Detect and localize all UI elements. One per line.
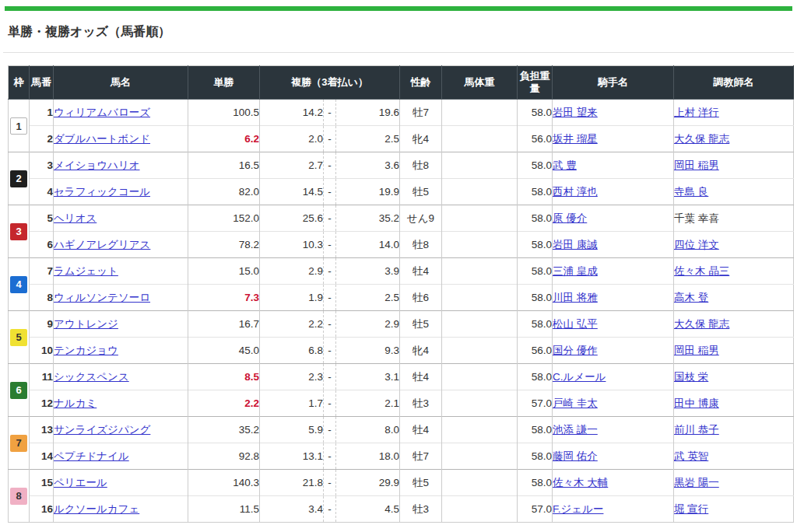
load-weight-cell: 57.0 xyxy=(518,390,553,417)
table-row: 59アウトレンジ16.72.2-2.9牡558.0松山 弘平大久保 龍志 xyxy=(9,311,794,338)
body-weight-cell xyxy=(442,152,518,179)
jockey-link[interactable]: 佐々木 大輔 xyxy=(553,477,608,488)
jockey-link[interactable]: F.ジェルー xyxy=(553,503,603,515)
place-odds-low-cell: 10.3 xyxy=(260,232,324,258)
horse-name-link[interactable]: ルクソールカフェ xyxy=(54,503,139,515)
trainer-link[interactable]: 田中 博康 xyxy=(674,397,719,409)
horse-number-cell: 2 xyxy=(30,126,54,152)
horse-name-link[interactable]: ナルカミ xyxy=(54,397,97,409)
trainer-link[interactable]: 高木 登 xyxy=(674,292,708,303)
table-row: 12ナルカミ2.21.7-2.1牡357.0戸崎 圭太田中 博康 xyxy=(9,390,794,417)
frame-cell: 1 xyxy=(9,100,30,152)
place-odds-separator: - xyxy=(324,232,336,258)
place-odds-low-cell: 1.7 xyxy=(260,390,324,417)
place-odds-low-cell: 14.5 xyxy=(260,179,324,205)
trainer-cell: 堀 宣行 xyxy=(674,496,794,523)
trainer-link[interactable]: 国枝 栄 xyxy=(674,371,708,383)
horse-name-link[interactable]: ヘリオス xyxy=(54,212,97,224)
frame-badge: 3 xyxy=(10,223,27,240)
horse-name-link[interactable]: セラフィックコール xyxy=(54,186,150,198)
place-odds-high-cell: 3.6 xyxy=(336,152,400,179)
place-odds-high-cell: 3.9 xyxy=(336,258,400,285)
horse-number-cell: 9 xyxy=(30,311,54,338)
horse-name-link[interactable]: メイショウハリオ xyxy=(54,159,140,171)
jockey-link[interactable]: 池添 謙一 xyxy=(553,424,598,436)
trainer-link[interactable]: 大久保 龍志 xyxy=(674,133,729,145)
place-odds-separator: - xyxy=(324,100,336,126)
trainer-link[interactable]: 岡田 稲男 xyxy=(674,345,719,356)
trainer-cell: 前川 恭子 xyxy=(674,417,794,443)
trainer-link[interactable]: 堀 宣行 xyxy=(674,503,708,515)
horse-number-cell: 1 xyxy=(30,100,54,126)
horse-name-link[interactable]: ウィルソンテソーロ xyxy=(54,292,150,303)
jockey-link[interactable]: C.ルメール xyxy=(553,371,606,383)
jockey-link[interactable]: 藤岡 佑介 xyxy=(553,450,598,462)
table-row: 611シックスペンス8.52.3-3.1牡458.0C.ルメール国枝 栄 xyxy=(9,364,794,390)
table-row: 713サンライズジパング35.25.9-8.0牡458.0池添 謙一前川 恭子 xyxy=(9,417,794,443)
place-odds-high-cell: 29.9 xyxy=(336,470,400,496)
jockey-link[interactable]: 原 優介 xyxy=(553,212,587,224)
header-win-odds: 単勝 xyxy=(188,66,260,100)
trainer-link[interactable]: 寺島 良 xyxy=(674,186,708,198)
win-odds-cell: 92.8 xyxy=(188,443,260,470)
place-odds-low-cell: 5.9 xyxy=(260,417,324,443)
jockey-link[interactable]: 松山 弘平 xyxy=(553,318,598,330)
table-row: 8ウィルソンテソーロ7.31.9-2.5牡658.0川田 将雅高木 登 xyxy=(9,285,794,311)
horse-name-link[interactable]: ハギノアレグリアス xyxy=(54,239,150,250)
jockey-cell: 松山 弘平 xyxy=(553,311,674,338)
place-odds-separator: - xyxy=(324,152,336,179)
jockey-link[interactable]: 三浦 皇成 xyxy=(553,265,598,277)
jockey-link[interactable]: 坂井 瑠星 xyxy=(553,133,598,145)
place-odds-high-cell: 14.0 xyxy=(336,232,400,258)
jockey-link[interactable]: 岩田 望来 xyxy=(553,107,598,118)
trainer-link[interactable]: 岡田 稲男 xyxy=(674,159,719,171)
trainer-link[interactable]: 大久保 龍志 xyxy=(674,318,729,330)
horse-name-link[interactable]: ダブルハートボンド xyxy=(54,133,150,145)
horse-name-cell: ペリエール xyxy=(54,470,188,496)
horse-name-cell: ラムジェット xyxy=(54,258,188,285)
horse-number-cell: 4 xyxy=(30,179,54,205)
trainer-link[interactable]: 佐々木 晶三 xyxy=(674,265,729,277)
place-odds-low-cell: 25.6 xyxy=(260,205,324,232)
table-row: 10テンカジョウ45.06.8-9.3牝456.0国分 優作岡田 稲男 xyxy=(9,338,794,364)
jockey-cell: 岩田 望来 xyxy=(553,100,674,126)
trainer-link[interactable]: 上村 洋行 xyxy=(674,107,719,118)
place-odds-low-cell: 2.3 xyxy=(260,364,324,390)
horse-name-link[interactable]: シックスペンス xyxy=(54,371,129,383)
horse-name-link[interactable]: ウィリアムバローズ xyxy=(54,107,150,118)
trainer-link[interactable]: 武 英智 xyxy=(674,450,708,462)
jockey-cell: 川田 将雅 xyxy=(553,285,674,311)
jockey-link[interactable]: 国分 優作 xyxy=(553,345,598,356)
horse-name-link[interactable]: テンカジョウ xyxy=(54,345,118,356)
jockey-cell: 原 優介 xyxy=(553,205,674,232)
horse-name-link[interactable]: アウトレンジ xyxy=(54,318,118,330)
trainer-link[interactable]: 黒岩 陽一 xyxy=(674,477,719,488)
horse-number-cell: 3 xyxy=(30,152,54,179)
horse-name-cell: ウィルソンテソーロ xyxy=(54,285,188,311)
horse-name-cell: メイショウハリオ xyxy=(54,152,188,179)
sex-age-cell: 牡5 xyxy=(400,311,442,338)
horse-name-link[interactable]: ラムジェット xyxy=(54,265,118,277)
horse-name-link[interactable]: ペプチドナイル xyxy=(54,450,129,462)
trainer-link[interactable]: 四位 洋文 xyxy=(674,239,719,250)
jockey-link[interactable]: 戸崎 圭太 xyxy=(553,397,598,409)
sex-age-cell: 牡7 xyxy=(400,443,442,470)
body-weight-cell xyxy=(442,258,518,285)
place-odds-low-cell: 2.0 xyxy=(260,126,324,152)
title-divider xyxy=(3,52,794,53)
trainer-link[interactable]: 前川 恭子 xyxy=(674,424,719,436)
place-odds-low-cell: 2.2 xyxy=(260,311,324,338)
table-row: 16ルクソールカフェ11.53.4-4.5牡357.0F.ジェルー堀 宣行 xyxy=(9,496,794,523)
win-odds-cell: 45.0 xyxy=(188,338,260,364)
jockey-link[interactable]: 武 豊 xyxy=(553,159,577,171)
frame-cell: 7 xyxy=(9,417,30,470)
place-odds-separator: - xyxy=(324,126,336,152)
load-weight-cell: 58.0 xyxy=(518,232,553,258)
horse-name-link[interactable]: サンライズジパング xyxy=(54,424,150,436)
place-odds-high-cell: 8.0 xyxy=(336,417,400,443)
jockey-link[interactable]: 川田 将雅 xyxy=(553,292,598,303)
horse-name-link[interactable]: ペリエール xyxy=(54,477,107,488)
header-jockey: 騎手名 xyxy=(553,66,674,100)
jockey-link[interactable]: 西村 淳也 xyxy=(553,186,598,198)
jockey-link[interactable]: 岩田 康誠 xyxy=(553,239,598,250)
